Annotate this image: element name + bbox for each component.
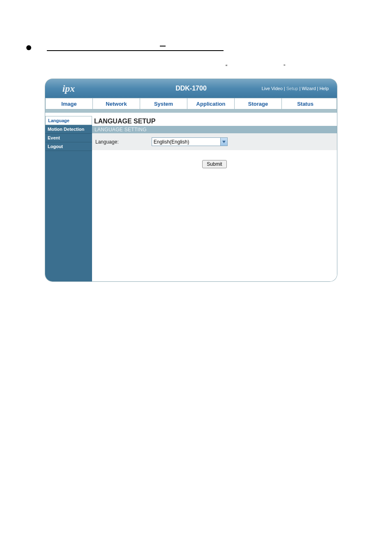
language-label: Language: bbox=[95, 139, 119, 145]
em-dash bbox=[160, 46, 166, 46]
tab-spacer bbox=[329, 98, 337, 109]
sidebar-item-logout[interactable]: Logout bbox=[45, 142, 92, 151]
quote-close: ” bbox=[284, 63, 285, 70]
spacer bbox=[45, 109, 337, 113]
tab-image[interactable]: Image bbox=[45, 98, 92, 109]
page-title: LANGUAGE SETUP bbox=[92, 116, 337, 126]
sidebar-item-language[interactable]: Language bbox=[45, 116, 92, 125]
content-wrap: Language Motion Detection Event Logout L… bbox=[45, 113, 337, 281]
language-select[interactable]: English(English) bbox=[152, 137, 228, 146]
tab-bar: Image Network System Application Storage… bbox=[45, 98, 337, 109]
tab-status[interactable]: Status bbox=[281, 98, 329, 109]
link-wizard[interactable]: Wizard bbox=[302, 86, 316, 91]
tab-application[interactable]: Application bbox=[187, 98, 234, 109]
form-row: Language: English(English) bbox=[92, 133, 337, 150]
bullet-point bbox=[26, 45, 31, 50]
link-live-video[interactable]: Live Video bbox=[262, 86, 283, 91]
submit-row: Submit bbox=[92, 150, 337, 178]
sidebar: Language Motion Detection Event Logout bbox=[45, 116, 92, 281]
submit-button[interactable]: Submit bbox=[202, 160, 226, 168]
header-bar: ipx DDK-1700 Live Video | Setup | Wizard… bbox=[45, 79, 337, 98]
link-help[interactable]: Help bbox=[319, 86, 329, 91]
app-window: ipx DDK-1700 Live Video | Setup | Wizard… bbox=[45, 79, 337, 281]
language-select-wrap: English(English) bbox=[152, 137, 228, 146]
header-links: Live Video | Setup | Wizard | Help bbox=[262, 86, 329, 91]
separator: | bbox=[284, 86, 285, 91]
tab-system[interactable]: System bbox=[140, 98, 187, 109]
section-header: LANGUAGE SETTING bbox=[92, 126, 337, 133]
sidebar-item-motion-detection[interactable]: Motion Detection bbox=[45, 125, 92, 134]
main-area: LANGUAGE SETUP LANGUAGE SETTING Language… bbox=[92, 116, 337, 281]
separator: | bbox=[299, 86, 300, 91]
underline-rule bbox=[47, 50, 224, 51]
model-name: DDK-1700 bbox=[175, 85, 207, 92]
tab-storage[interactable]: Storage bbox=[234, 98, 281, 109]
link-setup[interactable]: Setup bbox=[286, 86, 298, 91]
tab-network[interactable]: Network bbox=[92, 98, 140, 109]
sidebar-item-event[interactable]: Event bbox=[45, 134, 92, 142]
separator: | bbox=[317, 86, 318, 91]
quote-open: “ bbox=[226, 63, 227, 70]
brand-logo: ipx bbox=[45, 79, 92, 98]
